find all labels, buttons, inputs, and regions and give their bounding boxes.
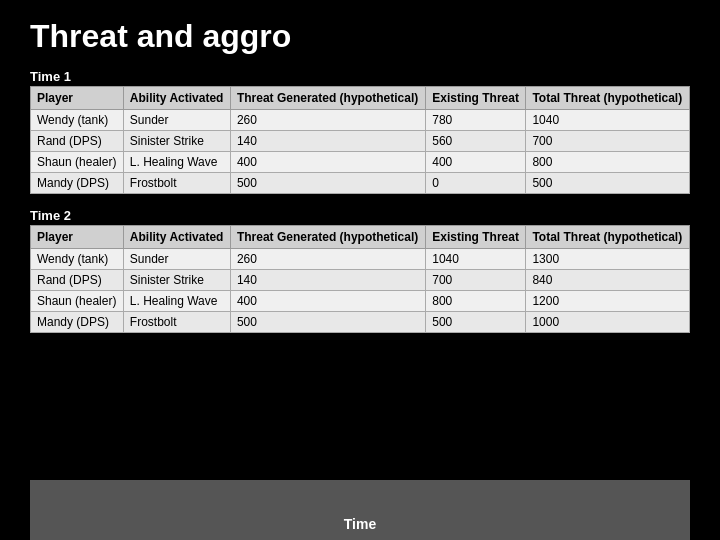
table-cell: 840 — [526, 270, 690, 291]
table-cell: 1000 — [526, 312, 690, 333]
table-cell: Rand (DPS) — [31, 131, 124, 152]
table-cell: 780 — [426, 110, 526, 131]
table-cell: Frostbolt — [123, 312, 230, 333]
table-cell: Sunder — [123, 110, 230, 131]
time2-label: Time 2 — [30, 204, 690, 225]
table-row: Mandy (DPS)Frostbolt5000500 — [31, 173, 690, 194]
table-cell: 140 — [230, 270, 425, 291]
table-cell: Sunder — [123, 249, 230, 270]
time2-col-threat-gen: Threat Generated (hypothetical) — [230, 226, 425, 249]
table-cell: 400 — [426, 152, 526, 173]
time2-col-existing: Existing Threat — [426, 226, 526, 249]
table-cell: 140 — [230, 131, 425, 152]
time1-col-threat-gen: Threat Generated (hypothetical) — [230, 87, 425, 110]
table-row: Mandy (DPS)Frostbolt5005001000 — [31, 312, 690, 333]
table-cell: Shaun (healer) — [31, 152, 124, 173]
time1-label: Time 1 — [30, 65, 690, 86]
table-cell: 1040 — [526, 110, 690, 131]
time1-col-ability: Ability Activated — [123, 87, 230, 110]
table-cell: Wendy (tank) — [31, 110, 124, 131]
time1-col-existing: Existing Threat — [426, 87, 526, 110]
table-cell: 1200 — [526, 291, 690, 312]
table-cell: Frostbolt — [123, 173, 230, 194]
time1-col-total: Total Threat (hypothetical) — [526, 87, 690, 110]
table-cell: Wendy (tank) — [31, 249, 124, 270]
time2-col-ability: Ability Activated — [123, 226, 230, 249]
table-row: Wendy (tank)Sunder2607801040 — [31, 110, 690, 131]
table-cell: 500 — [230, 173, 425, 194]
table-cell: 700 — [526, 131, 690, 152]
time1-col-player: Player — [31, 87, 124, 110]
table-row: Rand (DPS)Sinister Strike140560700 — [31, 131, 690, 152]
table-cell: 560 — [426, 131, 526, 152]
table-cell: Mandy (DPS) — [31, 173, 124, 194]
table-cell: 500 — [230, 312, 425, 333]
table-cell: Sinister Strike — [123, 131, 230, 152]
time1-table: Player Ability Activated Threat Generate… — [30, 86, 690, 194]
table-cell: 500 — [426, 312, 526, 333]
table-cell: 1040 — [426, 249, 526, 270]
table-cell: 700 — [426, 270, 526, 291]
bottom-bar: Time — [30, 480, 690, 540]
table-cell: 800 — [426, 291, 526, 312]
table-cell: 0 — [426, 173, 526, 194]
table-row: Wendy (tank)Sunder26010401300 — [31, 249, 690, 270]
table-cell: 500 — [526, 173, 690, 194]
table-cell: 800 — [526, 152, 690, 173]
table-row: Shaun (healer)L. Healing Wave4008001200 — [31, 291, 690, 312]
table-cell: 400 — [230, 291, 425, 312]
time2-col-player: Player — [31, 226, 124, 249]
time2-table: Player Ability Activated Threat Generate… — [30, 225, 690, 333]
table-cell: 400 — [230, 152, 425, 173]
page-title: Threat and aggro — [0, 0, 720, 65]
table-row: Rand (DPS)Sinister Strike140700840 — [31, 270, 690, 291]
table-cell: 1300 — [526, 249, 690, 270]
time2-col-total: Total Threat (hypothetical) — [526, 226, 690, 249]
table-cell: Sinister Strike — [123, 270, 230, 291]
table-cell: Shaun (healer) — [31, 291, 124, 312]
time-label: Time — [344, 516, 376, 532]
table-cell: L. Healing Wave — [123, 152, 230, 173]
table-cell: Rand (DPS) — [31, 270, 124, 291]
table-cell: 260 — [230, 249, 425, 270]
table-cell: 260 — [230, 110, 425, 131]
table-cell: Mandy (DPS) — [31, 312, 124, 333]
table-cell: L. Healing Wave — [123, 291, 230, 312]
table-row: Shaun (healer)L. Healing Wave400400800 — [31, 152, 690, 173]
